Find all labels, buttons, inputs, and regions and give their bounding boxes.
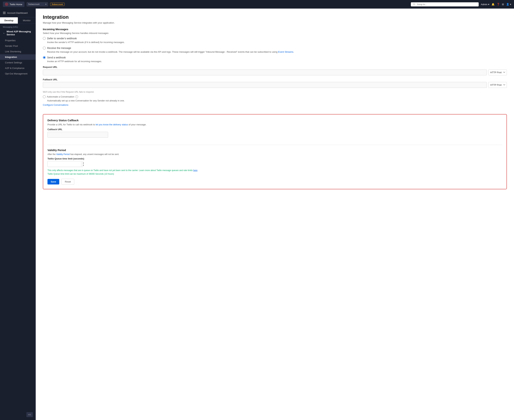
sidebar-item-properties[interactable]: Properties [0,38,36,43]
back-arrow-icon: ← [3,32,5,34]
delivery-callback-intro: Provide a URL for Twilio to call via web… [47,123,502,126]
sidebar-item-sender-pool[interactable]: Sender Pool [0,43,36,49]
callback-url-input[interactable] [47,132,108,138]
sidebar-item-content-settings[interactable]: Content Settings [0,60,36,65]
option-receive: Receive the message Receive the message … [43,47,507,54]
page-title: Integration [43,14,507,20]
sidebar-collapse-area: << [0,409,36,420]
top-navigation: Twilio Home Subaccount ▾ Subaccount Admi… [0,0,514,8]
queue-decrement-button[interactable]: ▼ [81,164,85,167]
svg-rect-6 [4,13,5,14]
sidebar-item-opt-out-management[interactable]: Opt-Out Management [0,71,36,76]
delivery-status-link[interactable]: let you know the delivery status [96,123,128,126]
delivery-callback-section: Delivery Status Callback Provide a URL f… [43,114,507,189]
queue-increment-button[interactable]: ▲ [81,162,85,164]
search-input[interactable] [417,3,477,6]
sidebar-section-label: Messaging (US1) [0,24,36,29]
incoming-messages-section: Incoming Messages Select how your Messag… [43,28,507,63]
autocreate-description: Automatically set up a new Conversation … [47,99,507,103]
option-defer-label[interactable]: Defer to sender's webhook [43,37,507,40]
main-layout: Account Dashboard Develop Monitor Messag… [0,8,514,420]
subaccount-name: Subaccount [28,3,45,6]
option-receive-description: Receive the message on your account, but… [47,50,507,54]
sidebar-item-a2p-compliance[interactable]: A2P & Compliance [0,65,36,71]
sidebar: Account Dashboard Develop Monitor Messag… [0,8,36,420]
request-url-input[interactable] [43,69,487,75]
callback-url-label: Callback URL [47,128,502,131]
validity-period-title: Validity Period [47,149,502,152]
page-subtitle: Manage how your Messaging Service integr… [43,22,507,24]
autocreate-label[interactable]: Autocreate a Conversation i [43,95,507,98]
request-url-section: Request URL HTTP Post HTTP Get [43,66,507,75]
svg-rect-5 [3,13,4,14]
validity-period-section: Validity Period After the Validity Perio… [47,149,502,175]
queue-hint: This only affects messages that are in q… [47,169,502,172]
subaccount-selector[interactable]: Subaccount ▾ [27,2,48,7]
apps-icon[interactable]: ⊞ [502,3,504,6]
sidebar-service-name[interactable]: ← Mixed A2P Messaging Service [0,29,36,38]
queue-time-input[interactable]: 14400 [48,161,81,167]
nav-actions: Admin ▾ 🔔 ❓ ⊞ 👤 ▾ [481,3,511,6]
sidebar-tabs: Develop Monitor [0,17,36,24]
account-dashboard-link[interactable]: Account Dashboard [0,8,36,17]
save-button[interactable]: Save [47,179,59,184]
autocreate-section: Autocreate a Conversation i Automaticall… [43,95,507,103]
tab-develop[interactable]: Develop [0,17,18,23]
svg-point-1 [6,4,7,5]
subaccount-badge: Subaccount [50,3,65,6]
option-webhook-label[interactable]: Send a webhook [43,56,507,59]
svg-rect-3 [3,12,4,13]
request-url-method-select[interactable]: HTTP Post HTTP Get [488,69,507,75]
option-defer-description: Invoke the sender's HTTP webhook (if it … [47,41,507,44]
fallback-url-section: Fallback URL HTTP Post HTTP Get We'll on… [43,78,507,93]
queue-max-hint: Twilio Queue time limit can be maximum o… [47,173,502,175]
option-webhook: Send a webhook Invoke an HTTP webhook fo… [43,56,507,63]
option-receive-label[interactable]: Receive the message [43,47,507,49]
main-content: Integration Manage how your Messaging Se… [36,8,514,420]
request-url-label: Request URL [43,66,507,68]
fallback-url-hint: We'll only use this if the Request URL f… [43,91,507,93]
incoming-messages-title: Incoming Messages [43,28,507,31]
svg-point-2 [413,3,415,5]
sidebar-item-integration[interactable]: Integration [0,54,36,60]
svg-rect-4 [4,12,5,13]
tab-monitor[interactable]: Monitor [18,17,36,23]
action-buttons: Save Reset [47,179,502,185]
delivery-callback-title: Delivery Status Callback [47,119,502,122]
queue-hint-link[interactable]: here [193,169,197,172]
svg-point-0 [5,3,8,6]
queue-input-wrapper: 14400 ▲ ▼ [47,161,83,167]
queue-label: Twilio Queue time limit (seconds) [47,157,502,160]
twilio-home-button[interactable]: Twilio Home [3,2,24,7]
sidebar-item-link-shortening[interactable]: Link Shortening [0,49,36,54]
validity-period-intro: After the Validity Period has elapsed, a… [47,153,502,156]
option-defer-radio[interactable] [43,37,46,40]
user-icon[interactable]: 👤 ▾ [506,3,511,6]
option-defer: Defer to sender's webhook Invoke the sen… [43,37,507,44]
fallback-url-row: HTTP Post HTTP Get [43,82,507,88]
admin-menu[interactable]: Admin ▾ [481,3,489,6]
configure-conversations-link[interactable]: Configure Conversations [43,104,68,106]
notifications-icon[interactable]: 🔔 [492,3,495,6]
request-url-row: HTTP Post HTTP Get [43,69,507,75]
option-webhook-description: Invoke an HTTP webhook for all incoming … [47,60,507,63]
search-bar [411,2,479,7]
dashboard-icon [3,11,6,14]
option-webhook-radio[interactable] [43,56,46,59]
help-icon[interactable]: ❓ [497,3,500,6]
autocreate-radio[interactable] [43,95,46,98]
sidebar-collapse-button[interactable]: << [26,412,33,417]
search-icon [413,3,415,6]
fallback-url-input[interactable] [43,82,487,88]
reset-button[interactable]: Reset [61,179,74,185]
incoming-messages-subtitle: Select how your Messaging Service handle… [43,32,507,34]
autocreate-info-icon[interactable]: i [75,95,78,98]
event-streams-link[interactable]: Event Streams [278,51,293,53]
fallback-url-method-select[interactable]: HTTP Post HTTP Get [488,82,507,88]
validity-period-link[interactable]: Validity Period [56,153,70,156]
fallback-url-label: Fallback URL [43,78,507,81]
option-receive-radio[interactable] [43,47,46,49]
queue-spinners: ▲ ▼ [81,162,85,167]
